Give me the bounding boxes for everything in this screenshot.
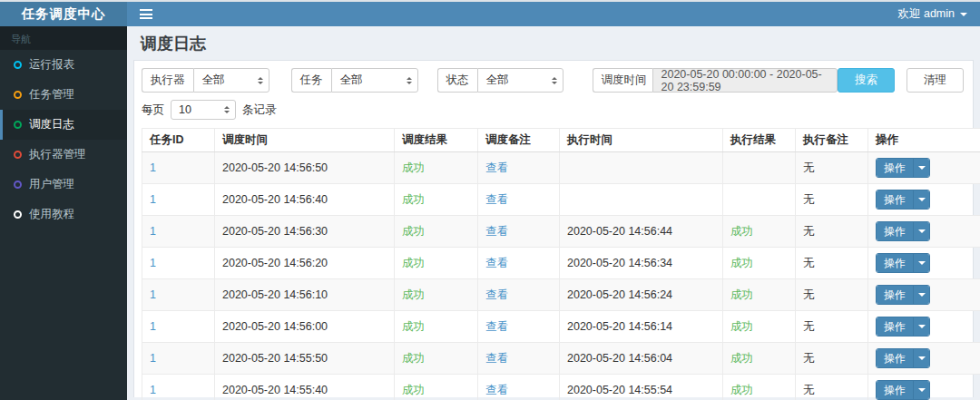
chevron-down-icon [913, 159, 929, 177]
cell-handle-note: 无 [796, 375, 868, 400]
table-header-row: 任务ID调度时间调度结果调度备注执行时间执行结果执行备注操作 [142, 129, 980, 152]
select-arrows-icon [258, 74, 263, 87]
sidebar-item-调度日志[interactable]: 调度日志 [0, 110, 127, 140]
sidebar-item-label: 用户管理 [29, 177, 74, 192]
executor-select[interactable]: 全部 [193, 68, 270, 93]
page-size-suffix: 条记录 [242, 102, 277, 118]
job-id-link[interactable]: 1 [150, 352, 156, 365]
column-header: 操作 [868, 129, 980, 152]
view-note-link[interactable]: 查看 [485, 384, 508, 396]
user-menu[interactable]: 欢迎 admin [885, 2, 980, 26]
row-action-dropdown-button[interactable]: 操作 [876, 380, 930, 400]
column-header: 调度时间 [215, 129, 395, 152]
table-row: 1 2020-05-20 14:56:10 成功 查看 2020-05-20 1… [142, 279, 980, 311]
cell-handle-note: 无 [796, 248, 868, 279]
cell-handle-result: 成功 [723, 216, 796, 248]
sidebar-item-运行报表[interactable]: 运行报表 [0, 50, 127, 80]
job-id-link[interactable]: 1 [150, 161, 156, 174]
column-header: 调度结果 [395, 129, 478, 152]
view-note-link[interactable]: 查看 [485, 161, 508, 174]
page-size-select[interactable]: 10 [171, 100, 236, 120]
row-action-dropdown-button[interactable]: 操作 [876, 317, 930, 337]
circle-icon [14, 61, 22, 69]
row-action-dropdown-button[interactable]: 操作 [876, 158, 930, 178]
welcome-text: 欢迎 admin [897, 6, 955, 22]
filter-job: 任务 全部 [291, 68, 418, 93]
sidebar-item-用户管理[interactable]: 用户管理 [0, 170, 127, 200]
job-id-link[interactable]: 1 [150, 257, 156, 269]
job-select[interactable]: 全部 [331, 68, 418, 93]
cell-trigger-result: 成功 [395, 375, 478, 400]
status-select[interactable]: 全部 [477, 68, 564, 93]
column-header: 执行备注 [796, 129, 868, 152]
row-action-dropdown-button[interactable]: 操作 [876, 190, 930, 210]
filter-trigger-time: 调度时间 2020-05-20 00:00:00 - 2020-05-20 23… [593, 68, 838, 93]
view-note-link[interactable]: 查看 [485, 257, 508, 269]
sidebar-item-执行器管理[interactable]: 执行器管理 [0, 140, 127, 170]
cell-handle-time: 2020-05-20 14:56:14 [560, 311, 723, 343]
cell-handle-note: 无 [796, 311, 868, 343]
chevron-down-icon [913, 317, 929, 336]
sidebar-item-任务管理[interactable]: 任务管理 [0, 80, 127, 110]
job-label: 任务 [291, 68, 331, 93]
job-id-link[interactable]: 1 [150, 288, 156, 301]
page-size-prefix: 每页 [142, 102, 164, 118]
table-body: 1 2020-05-20 14:56:50 成功 查看 无 操作 1 2020-… [142, 152, 980, 400]
executor-label: 执行器 [142, 68, 193, 93]
app-logo[interactable]: 任务调度中心 [0, 2, 127, 26]
cell-handle-note: 无 [796, 343, 868, 375]
view-note-link[interactable]: 查看 [485, 320, 508, 333]
hamburger-icon [140, 9, 152, 19]
view-note-link[interactable]: 查看 [485, 352, 508, 365]
sidebar-item-使用教程[interactable]: 使用教程 [0, 200, 127, 229]
cell-actions: 操作 [868, 248, 980, 279]
sidebar: 导航 运行报表 任务管理 调度日志 执行器管理 用户管理 使用教程 [0, 26, 127, 400]
job-select-value: 全部 [340, 73, 399, 88]
cell-trigger-result: 成功 [395, 343, 478, 375]
cell-trigger-note: 查看 [478, 248, 560, 279]
action-button-label: 操作 [877, 190, 913, 209]
select-arrows-icon [407, 74, 412, 87]
cell-trigger-note: 查看 [478, 216, 560, 248]
sidebar-section-label: 导航 [0, 26, 127, 50]
cell-handle-time [560, 184, 723, 216]
circle-icon [14, 91, 22, 99]
column-header: 执行结果 [723, 129, 796, 152]
row-action-dropdown-button[interactable]: 操作 [876, 348, 930, 368]
chevron-down-icon [960, 13, 967, 20]
job-id-link[interactable]: 1 [150, 193, 156, 206]
view-note-link[interactable]: 查看 [485, 288, 508, 301]
select-arrows-icon [224, 103, 230, 116]
search-button[interactable]: 搜索 [838, 68, 895, 93]
table-row: 1 2020-05-20 14:56:50 成功 查看 无 操作 [142, 152, 980, 184]
cell-job-id: 1 [142, 216, 215, 248]
trigger-time-range-input[interactable]: 2020-05-20 00:00:00 - 2020-05-20 23:59:5… [652, 68, 838, 93]
table-row: 1 2020-05-20 14:56:40 成功 查看 无 操作 [142, 184, 980, 216]
clear-button[interactable]: 清理 [906, 68, 964, 93]
circle-icon [14, 180, 22, 189]
sidebar-item-label: 使用教程 [29, 207, 74, 222]
sidebar-toggle-button[interactable] [127, 2, 165, 26]
view-note-link[interactable]: 查看 [485, 225, 508, 238]
cell-job-id: 1 [142, 279, 215, 311]
job-id-link[interactable]: 1 [150, 225, 156, 238]
content-panel: 执行器 全部 任务 全部 状态 全部 [133, 60, 974, 397]
row-action-dropdown-button[interactable]: 操作 [876, 221, 930, 241]
cell-handle-note: 无 [796, 279, 868, 311]
cell-trigger-result: 成功 [395, 248, 478, 279]
cell-job-id: 1 [142, 184, 215, 216]
job-id-link[interactable]: 1 [150, 320, 156, 333]
row-action-dropdown-button[interactable]: 操作 [876, 253, 930, 273]
cell-actions: 操作 [868, 216, 980, 248]
job-id-link[interactable]: 1 [150, 384, 156, 396]
cell-handle-result: 成功 [723, 343, 796, 375]
view-note-link[interactable]: 查看 [485, 193, 508, 206]
sidebar-item-label: 执行器管理 [29, 147, 86, 162]
action-button-label: 操作 [877, 222, 913, 240]
row-action-dropdown-button[interactable]: 操作 [876, 285, 930, 305]
cell-trigger-note: 查看 [478, 343, 560, 375]
cell-actions: 操作 [868, 375, 980, 400]
cell-actions: 操作 [868, 184, 980, 216]
cell-trigger-result: 成功 [395, 311, 478, 343]
cell-actions: 操作 [868, 343, 980, 375]
